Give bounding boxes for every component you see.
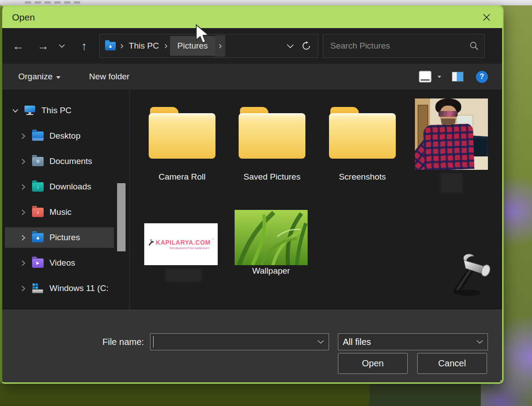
help-icon[interactable]: ? <box>476 71 488 83</box>
sidebar-item-label: Desktop <box>49 131 81 141</box>
file-name-combobox[interactable] <box>150 333 329 350</box>
view-mode-icon[interactable] <box>419 71 431 82</box>
organize-button[interactable]: Organize <box>18 72 61 82</box>
desktop-wallpaper-region <box>370 383 481 406</box>
folder-label: Saved Pictures <box>244 172 301 182</box>
folder-label: Camera Roll <box>158 172 206 182</box>
chevron-right-icon[interactable] <box>20 260 26 266</box>
search-icon[interactable] <box>469 41 479 51</box>
folder-tile-screenshots[interactable]: Screenshots <box>325 107 400 182</box>
sidebar-item-label: Windows 11 (C: <box>49 283 109 293</box>
up-arrow-icon: ↑ <box>81 40 87 52</box>
desktop-wallpaper-region <box>0 383 370 406</box>
address-dropdown-button[interactable] <box>282 37 298 55</box>
sidebar-item-label: Videos <box>49 258 75 268</box>
music-glyph: ♪ <box>37 209 39 215</box>
downloads-glyph: ↓ <box>37 184 39 189</box>
navigation-bar: ← → ↑ ▲ › This PC › Pictures › <box>2 28 502 64</box>
close-icon <box>483 13 491 21</box>
file-type-select[interactable]: All files <box>338 333 488 350</box>
documents-folder-icon: ≡ <box>32 157 44 166</box>
chevron-right-icon[interactable] <box>20 159 26 164</box>
breadcrumb-separator: › <box>162 40 170 52</box>
resize-grip[interactable] <box>496 380 498 381</box>
chevron-right-icon[interactable] <box>20 209 26 215</box>
videos-glyph: ▶ <box>37 261 40 265</box>
downloads-folder-icon: ↓ <box>32 182 44 192</box>
sidebar-item-documents[interactable]: ≡ Documents <box>5 151 114 172</box>
caret-down-icon <box>56 76 61 79</box>
redacted-file-name <box>441 174 462 192</box>
chevron-right-icon[interactable] <box>20 184 26 190</box>
folder-tile-saved-pictures[interactable]: Saved Pictures <box>234 107 310 182</box>
new-folder-button[interactable]: New folder <box>89 72 130 82</box>
desktop-folder-icon <box>32 131 44 141</box>
file-name-input[interactable] <box>153 336 317 348</box>
desktop: Open ← → ↑ ▲ › This PC › <box>0 0 532 406</box>
photo-art <box>439 111 458 117</box>
refresh-icon <box>301 41 311 51</box>
help-glyph: ? <box>480 73 484 81</box>
open-button[interactable]: Open <box>338 353 408 374</box>
sidebar-item-pictures[interactable]: ▲ Pictures <box>5 227 114 248</box>
recent-locations-button[interactable] <box>56 37 68 55</box>
folder-label: Screenshots <box>339 172 386 182</box>
file-type-value: All files <box>343 337 476 347</box>
sidebar-item-videos[interactable]: ▶ Videos <box>5 253 114 273</box>
videos-folder-icon: ▶ <box>32 258 44 268</box>
forward-button[interactable]: → <box>34 37 52 55</box>
search-input[interactable] <box>329 41 469 51</box>
refresh-button[interactable] <box>298 37 314 55</box>
folder-tile-camera-roll[interactable]: Camera Roll <box>144 107 220 182</box>
breadcrumb-separator: › <box>118 40 126 52</box>
chevron-down-icon[interactable] <box>317 340 324 344</box>
documents-glyph: ≡ <box>36 159 39 164</box>
chevron-down-icon[interactable] <box>12 109 18 113</box>
sidebar-item-downloads[interactable]: ↓ Downloads <box>5 176 114 197</box>
pictures-folder-icon: ▲ <box>32 233 44 242</box>
dialog-body: This PC Desktop ≡ Documents <box>2 90 502 310</box>
chevron-right-icon[interactable] <box>20 133 26 139</box>
forward-arrow-icon: → <box>37 40 49 52</box>
sidebar-item-this-pc[interactable]: This PC <box>5 100 114 121</box>
mouse-cursor-icon <box>195 24 210 45</box>
redacted-file-name <box>166 270 201 281</box>
cancel-button[interactable]: Cancel <box>417 353 487 374</box>
back-button[interactable]: ← <box>9 37 27 55</box>
breadcrumb-expand-chevron[interactable]: › <box>215 35 225 57</box>
logo-trademark: ™ <box>211 238 214 241</box>
sidebar-scrollbar-thumb[interactable] <box>117 183 126 251</box>
image-label: Wallpaper <box>235 266 308 276</box>
file-name-label: File name: <box>102 337 144 347</box>
search-box[interactable] <box>323 34 485 58</box>
chevron-down-icon <box>476 340 483 344</box>
sidebar-item-music[interactable]: ♪ Music <box>5 202 114 222</box>
music-folder-icon: ♪ <box>32 208 44 217</box>
navigation-sidebar: This PC Desktop ≡ Documents <box>2 90 130 310</box>
logo-row: KAPILARYA.COM ™ <box>148 239 214 246</box>
new-folder-label: New folder <box>89 72 130 82</box>
pictures-glyph: ▲ <box>108 44 113 49</box>
image-thumbnail-wallpaper[interactable] <box>235 210 308 265</box>
image-thumbnail-logo[interactable]: KAPILARYA.COM ™ TROUBLESHOOTING MADE EAS… <box>144 223 218 265</box>
breadcrumb-this-pc[interactable]: This PC <box>126 37 162 55</box>
close-button[interactable] <box>479 10 494 25</box>
pictures-glyph: ▲ <box>35 235 41 240</box>
photo-art <box>441 119 455 126</box>
sidebar-item-desktop[interactable]: Desktop <box>5 126 114 146</box>
view-mode-dropdown-caret[interactable] <box>438 76 441 78</box>
chevron-right-icon[interactable] <box>20 286 26 291</box>
up-button[interactable]: ↑ <box>75 37 93 55</box>
chevron-right-icon[interactable] <box>20 235 26 241</box>
sidebar-item-windows-c-drive[interactable]: Windows 11 (C: <box>5 278 114 299</box>
image-thumbnail-selfie[interactable] <box>415 98 488 170</box>
dialog-titlebar[interactable]: Open <box>2 7 502 28</box>
sidebar-item-label: This PC <box>41 106 72 115</box>
photo-art <box>423 123 474 170</box>
folder-icon <box>329 107 396 159</box>
file-list-area[interactable]: Camera Roll Saved Pictures Screenshots <box>130 90 502 310</box>
preview-pane-icon[interactable] <box>452 72 463 82</box>
back-arrow-icon: ← <box>12 40 24 52</box>
grass-art <box>235 210 308 265</box>
sidebar-item-label: Documents <box>49 156 92 166</box>
